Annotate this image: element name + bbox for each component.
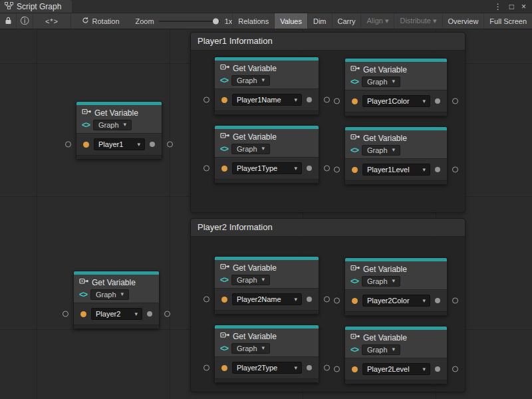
node-input-port[interactable] — [203, 297, 209, 303]
get-variable-node[interactable]: Get Variable <> Graph ▾ Player2Level ▾ — [344, 326, 448, 384]
unit-icon — [220, 132, 229, 142]
variable-name-port[interactable] — [221, 166, 227, 172]
variable-name-port[interactable] — [221, 297, 227, 303]
variable-name-port[interactable] — [352, 167, 358, 173]
variable-dropdown[interactable]: Player2Type ▾ — [232, 362, 302, 374]
get-variable-node[interactable]: Get Variable <> Graph ▾ Player1Color ▾ — [344, 58, 448, 116]
node-input-port[interactable] — [334, 298, 340, 304]
variable-name-port[interactable] — [83, 142, 89, 148]
node-output-port[interactable] — [324, 297, 330, 303]
get-variable-node[interactable]: Get Variable <> Graph ▾ Player2Type ▾ — [214, 325, 319, 383]
variable-dropdown[interactable]: Player1Type ▾ — [232, 162, 302, 174]
variable-name-port[interactable] — [221, 365, 227, 371]
variable-name-port[interactable] — [352, 98, 358, 104]
variable-name-port[interactable] — [352, 366, 358, 372]
rotation-control[interactable]: Rotation — [71, 13, 126, 29]
scope-dropdown[interactable]: Graph ▾ — [231, 75, 270, 86]
get-variable-node[interactable]: Get Variable <> Graph ▾ Player1 ▾ — [76, 101, 162, 160]
toolbar-button-relations[interactable]: Relations — [232, 13, 274, 29]
scope-dropdown[interactable]: Graph ▾ — [231, 144, 270, 154]
get-variable-node[interactable]: Get Variable <> Graph ▾ Player1Type ▾ — [214, 125, 319, 184]
node-input-port[interactable] — [203, 166, 209, 172]
toolbar-button-dim[interactable]: Dim — [307, 13, 332, 29]
scope-dropdown[interactable]: Graph ▾ — [231, 343, 270, 354]
variable-dropdown[interactable]: Player1Color ▾ — [362, 95, 430, 107]
value-output-dot[interactable] — [307, 166, 312, 171]
variable-dropdown[interactable]: Player2Color ▾ — [362, 295, 430, 307]
variable-name-port[interactable] — [352, 298, 358, 304]
variable-dropdown[interactable]: Player1 ▾ — [94, 138, 145, 150]
node-input-port[interactable] — [203, 97, 209, 103]
node-input-port[interactable] — [334, 98, 340, 104]
scope-dropdown[interactable]: Graph ▾ — [362, 76, 400, 87]
node-output-port[interactable] — [452, 366, 458, 372]
caret-down-icon: ▾ — [392, 78, 396, 84]
toolbar-button-full-screen[interactable]: Full Screen — [483, 13, 532, 29]
window-menu-icon[interactable]: ⋮ — [494, 3, 502, 11]
value-output-dot[interactable] — [150, 142, 155, 147]
node-output-port[interactable] — [324, 97, 330, 103]
variable-kind-icon: <> — [350, 345, 358, 354]
toolbar-button-overview[interactable]: Overview — [442, 13, 484, 29]
value-output-dot[interactable] — [307, 365, 312, 370]
variable-kind-icon: <> — [350, 146, 358, 155]
value-output-dot[interactable] — [147, 311, 152, 317]
variable-dropdown[interactable]: Player2Level ▾ — [362, 363, 430, 375]
scope-dropdown[interactable]: Graph ▾ — [93, 120, 132, 130]
graph-canvas[interactable]: Player1 Information Player2 Information … — [0, 29, 532, 399]
group-header[interactable]: Player1 Information — [191, 33, 465, 51]
caret-down-icon: ▾ — [124, 122, 127, 128]
value-output-dot[interactable] — [307, 97, 312, 102]
value-output-dot[interactable] — [435, 98, 440, 104]
scope-dropdown[interactable]: Graph ▾ — [362, 145, 400, 156]
variable-dropdown[interactable]: Player2 ▾ — [91, 308, 142, 320]
lock-button[interactable] — [0, 13, 17, 29]
window-close-icon[interactable]: × — [521, 3, 526, 11]
node-input-port[interactable] — [203, 365, 209, 371]
variable-name-port[interactable] — [221, 97, 227, 103]
get-variable-node[interactable]: Get Variable <> Graph ▾ Player2 ▾ — [73, 271, 160, 329]
node-input-port[interactable] — [65, 142, 71, 148]
scope-dropdown[interactable]: Graph ▾ — [362, 276, 400, 287]
toolbar-button-distribute[interactable]: Distribute ▾ — [394, 13, 442, 29]
get-variable-node[interactable]: Get Variable <> Graph ▾ Player2Name ▾ — [214, 256, 319, 315]
node-body: Player1Level ▾ — [345, 158, 447, 180]
zoom-slider[interactable] — [159, 21, 220, 22]
node-output-port[interactable] — [167, 142, 173, 148]
node-input-port[interactable] — [334, 167, 340, 173]
toolbar-button-values[interactable]: Values — [274, 13, 307, 29]
caret-down-icon: ▾ — [294, 365, 297, 371]
get-variable-node[interactable]: Get Variable <> Graph ▾ Player1Level ▾ — [344, 126, 448, 185]
value-output-dot[interactable] — [435, 366, 440, 372]
variable-kind-icon: <> — [220, 144, 228, 154]
node-output-port[interactable] — [452, 98, 458, 104]
node-output-port[interactable] — [164, 311, 170, 317]
script-graph-tab[interactable]: Script Graph — [0, 0, 72, 13]
get-variable-node[interactable]: Get Variable <> Graph ▾ Player2Color ▾ — [344, 257, 448, 316]
window-maximize-icon[interactable]: □ — [509, 3, 514, 11]
variable-dropdown[interactable]: Player1Name ▾ — [232, 94, 302, 106]
scope-dropdown[interactable]: Graph ▾ — [90, 289, 129, 300]
node-output-port[interactable] — [324, 365, 330, 371]
variable-dropdown[interactable]: Player2Name ▾ — [232, 293, 302, 305]
node-output-port[interactable] — [452, 167, 458, 173]
get-variable-node[interactable]: Get Variable <> Graph ▾ Player1Name ▾ — [214, 57, 319, 115]
variable-dropdown[interactable]: Player1Level ▾ — [362, 164, 430, 176]
value-output-dot[interactable] — [307, 297, 312, 302]
node-input-port[interactable] — [334, 366, 340, 372]
value-output-dot[interactable] — [435, 167, 440, 172]
toolbar-button-align[interactable]: Align ▾ — [360, 13, 394, 29]
node-output-port[interactable] — [324, 166, 330, 172]
toolbar-button-carry[interactable]: Carry — [332, 13, 361, 29]
zoom-slider-knob[interactable] — [213, 18, 219, 24]
node-input-port[interactable] — [63, 311, 68, 317]
group-header[interactable]: Player2 Information — [191, 219, 465, 237]
variable-name-port[interactable] — [80, 311, 86, 317]
scope-dropdown[interactable]: Graph ▾ — [362, 344, 400, 355]
connection-values-toggle[interactable]: <*> — [33, 13, 70, 29]
info-button[interactable]: ⓘ — [17, 13, 33, 29]
node-output-port[interactable] — [452, 298, 458, 304]
scope-dropdown[interactable]: Graph ▾ — [231, 275, 270, 285]
value-output-dot[interactable] — [435, 298, 440, 303]
window-titlebar: Script Graph ⋮ □ × — [0, 0, 532, 13]
